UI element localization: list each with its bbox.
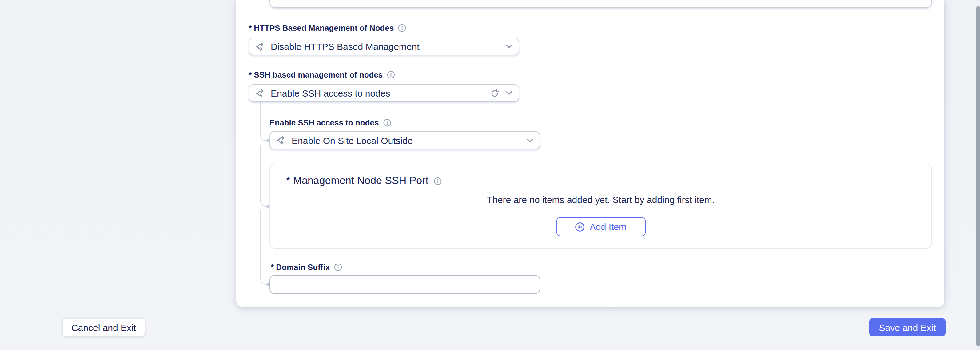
tree-connector (260, 145, 266, 207)
reload-arrow-icon[interactable] (490, 89, 499, 97)
vertical-scrollbar-track[interactable] (976, 0, 980, 350)
domain-suffix-label: * Domain Suffix (271, 262, 330, 272)
ssh-access-select-value: Enable On Site Local Outside (291, 135, 521, 145)
ssh-access-label-row: Enable SSH access to nodes (269, 118, 391, 127)
ssh-access-select[interactable]: Enable On Site Local Outside (269, 131, 540, 150)
truncated-top-input[interactable] (269, 0, 932, 8)
branch-split-arrows-icon (276, 135, 286, 145)
ssh-management-label-row: * SSH based management of nodes (248, 70, 395, 80)
ssh-management-select-value: Enable SSH access to nodes (271, 88, 485, 99)
ssh-port-list-panel: * Management Node SSH Port There are no … (269, 164, 932, 248)
ssh-port-title-row: * Management Node SSH Port (286, 175, 441, 187)
ssh-port-title: * Management Node SSH Port (286, 175, 428, 187)
https-management-select[interactable]: Disable HTTPS Based Management (248, 38, 519, 56)
chevron-down-icon[interactable] (527, 138, 533, 142)
branch-split-arrows-icon (255, 88, 265, 98)
https-management-label-row: * HTTPS Based Management of Nodes (248, 23, 406, 33)
tree-connector (260, 102, 266, 141)
branch-split-arrows-icon (255, 41, 265, 51)
chevron-down-icon[interactable] (506, 44, 512, 49)
tree-connector (260, 210, 266, 285)
domain-suffix-input[interactable] (269, 275, 540, 294)
empty-list-message: There are no items added yet. Start by a… (270, 194, 931, 205)
add-item-button[interactable]: Add Item (556, 217, 645, 236)
domain-suffix-label-row: * Domain Suffix (271, 262, 342, 272)
plus-in-circle-icon (575, 222, 585, 232)
ssh-management-select[interactable]: Enable SSH access to nodes (248, 84, 519, 102)
settings-form-page: * HTTPS Based Management of Nodes Disabl… (0, 0, 980, 350)
info-icon[interactable] (387, 70, 395, 78)
info-icon[interactable] (383, 118, 391, 126)
info-icon[interactable] (334, 263, 342, 271)
ssh-management-label: * SSH based management of nodes (248, 70, 383, 79)
save-and-exit-button[interactable]: Save and Exit (869, 318, 945, 336)
info-icon[interactable] (433, 177, 441, 185)
https-management-label: * HTTPS Based Management of Nodes (248, 23, 394, 32)
form-card: * HTTPS Based Management of Nodes Disabl… (236, 0, 944, 307)
info-icon[interactable] (398, 24, 406, 32)
cancel-and-exit-button[interactable]: Cancel and Exit (62, 318, 145, 336)
https-management-select-value: Disable HTTPS Based Management (271, 41, 500, 52)
vertical-scrollbar-thumb[interactable] (976, 6, 980, 346)
ssh-access-label: Enable SSH access to nodes (269, 118, 379, 127)
chevron-down-icon[interactable] (506, 91, 512, 95)
add-item-button-label: Add Item (590, 221, 627, 232)
